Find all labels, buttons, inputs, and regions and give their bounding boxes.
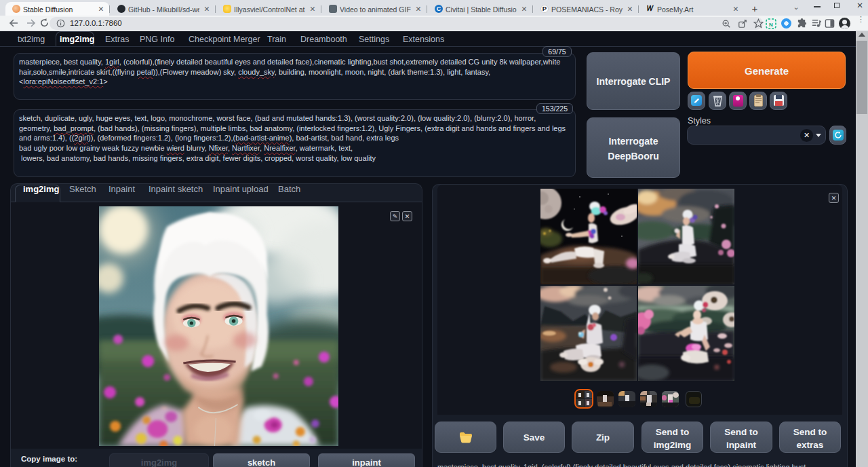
svg-text:N: N [769, 22, 773, 28]
